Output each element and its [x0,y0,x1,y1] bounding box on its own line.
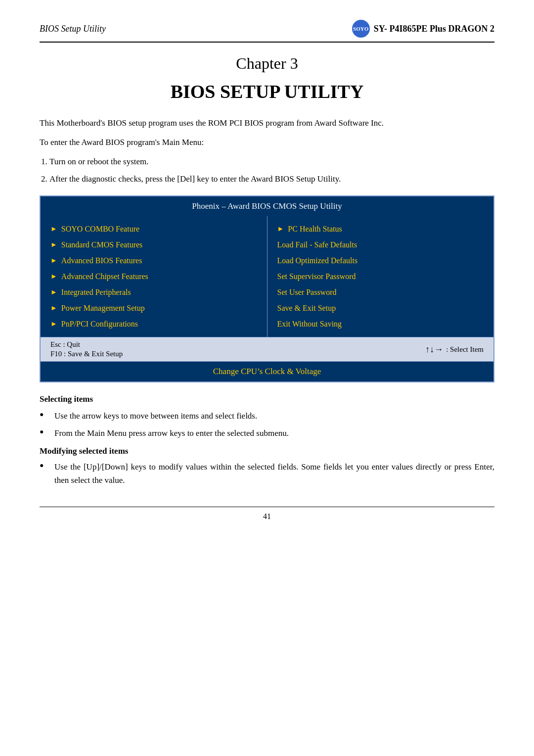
modifying-bullet-1: Use the [Up]/[Down] keys to modify value… [40,460,494,487]
bios-subtitle: BIOS SETUP UTILITY [40,81,494,102]
bios-status-bar: Change CPU’s Clock & Voltage [41,361,493,381]
soyo-logo: SOYO [352,20,370,38]
selecting-bullet-1: Use the arrow keys to move between items… [40,409,494,423]
bios-f10-save: F10 : Save & Exit Setup [50,350,123,358]
step-1: Turn on or reboot the system. [49,155,494,169]
bios-menu-item-power-management[interactable]: ► Power Management Setup [50,300,257,316]
bios-table-body: ► SOYO COMBO Feature ► Standard CMOS Fea… [41,216,493,337]
bios-table: Phoenix – Award BIOS CMOS Setup Utility … [40,195,494,382]
steps-list: Turn on or reboot the system. After the … [49,155,494,187]
bios-esc-quit: Esc : Quit [50,340,123,349]
page-number: 41 [263,512,271,520]
page-header: BIOS Setup Utility SOYO SY- P4I865PE Plu… [40,20,494,43]
header-left-text: BIOS Setup Utility [40,24,106,34]
arrow-icon: ► [50,241,57,249]
bios-menu-item-pc-health[interactable]: ► PC Health Status [277,221,484,237]
bios-col-left: ► SOYO COMBO Feature ► Standard CMOS Fea… [41,216,267,337]
selecting-items-title: Selecting items [40,394,494,404]
page-footer: 41 [40,507,494,521]
header-right: SOYO SY- P4I865PE Plus DRAGON 2 [352,20,494,38]
intro-paragraph-1: This Motherboard's BIOS setup program us… [40,116,494,130]
arrow-icon: ► [50,257,57,265]
bios-table-footer: Esc : Quit F10 : Save & Exit Setup ↑↓→ :… [41,337,493,361]
selecting-items-list: Use the arrow keys to move between items… [40,409,494,440]
bios-menu-item-standard-cmos[interactable]: ► Standard CMOS Features [50,237,257,253]
arrow-icon: ► [50,225,57,233]
bios-menu-item-load-fail-safe[interactable]: Load Fail - Safe Defaults [277,237,484,253]
bios-menu-item-save-exit[interactable]: Save & Exit Setup [277,300,484,316]
intro-paragraph-2: To enter the Award BIOS program's Main M… [40,136,494,149]
arrow-icon: ► [50,288,57,296]
arrow-keys-icon: ↑↓→ [425,344,443,355]
bios-menu-item-integrated-peripherals[interactable]: ► Integrated Peripherals [50,284,257,300]
bios-menu-item-pnp-pci[interactable]: ► PnP/PCI Configurations [50,316,257,332]
header-product-name: SY- P4I865PE Plus DRAGON 2 [374,24,494,34]
bios-menu-item-soyo-combo[interactable]: ► SOYO COMBO Feature [50,221,257,237]
step-2: After the diagnostic checks, press the [… [49,172,494,187]
selecting-bullet-2: From the Main Menu press arrow keys to e… [40,426,494,440]
modifying-items-list: Use the [Up]/[Down] keys to modify value… [40,460,494,487]
bios-menu-item-advanced-chipset[interactable]: ► Advanced Chipset Features [50,269,257,284]
bios-menu-item-user-password[interactable]: Set User Password [277,284,484,300]
bios-table-header: Phoenix – Award BIOS CMOS Setup Utility [41,196,493,216]
bios-col-right: ► PC Health Status Load Fail - Safe Defa… [267,216,494,337]
bios-footer-right: ↑↓→ : Select Item [425,344,484,355]
arrow-icon: ► [50,273,57,281]
page: BIOS Setup Utility SOYO SY- P4I865PE Plu… [0,0,534,756]
select-item-label: : Select Item [446,345,484,354]
modifying-header: Modifying selected items [40,446,494,456]
arrow-icon: ► [277,225,284,233]
modifying-title: Modifying selected items [40,446,128,456]
bios-menu-item-advanced-bios[interactable]: ► Advanced BIOS Features [50,253,257,269]
bios-menu-item-supervisor-password[interactable]: Set Supervisor Password [277,269,484,284]
chapter-title: Chapter 3 [40,54,494,73]
bios-menu-item-exit-without-saving[interactable]: Exit Without Saving [277,316,484,332]
arrow-icon: ► [50,304,57,312]
bios-menu-item-load-optimized[interactable]: Load Optimized Defaults [277,253,484,269]
arrow-icon: ► [50,320,57,328]
bios-footer-left: Esc : Quit F10 : Save & Exit Setup [50,340,123,358]
